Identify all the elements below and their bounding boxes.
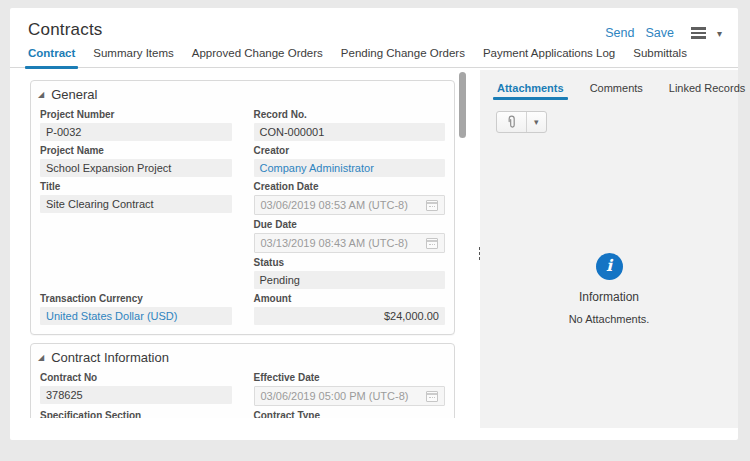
collapse-triangle-icon[interactable]: ◢ — [38, 91, 44, 99]
field-creation-date: Creation Date 03/06/2019 08:53 AM (UTC-8… — [254, 179, 446, 215]
effective-date-label: Effective Date — [254, 372, 446, 383]
tab-summary-items[interactable]: Summary Items — [93, 47, 174, 67]
due-date-value: 03/13/2019 08:43 AM (UTC-8) — [261, 234, 408, 252]
send-button[interactable]: Send — [605, 26, 634, 40]
transaction-currency-link[interactable]: United States Dollar (USD) — [40, 307, 232, 325]
field-due-date: Due Date 03/13/2019 08:43 AM (UTC-8) — [254, 217, 446, 253]
creator-label: Creator — [254, 145, 446, 156]
header-actions: Send Save ▾ — [605, 26, 722, 40]
record-detail-pane: ◢ General Project Number P-0032 Record N… — [10, 68, 480, 418]
field-project-number: Project Number P-0032 — [40, 107, 232, 141]
creator-link[interactable]: Company Administrator — [254, 159, 446, 177]
tab-contract[interactable]: Contract — [28, 47, 75, 67]
field-effective-date: Effective Date 03/06/2019 05:00 PM (UTC-… — [254, 370, 446, 406]
section-general-title: General — [51, 87, 97, 102]
field-transaction-currency: Transaction Currency United States Dolla… — [40, 291, 232, 325]
amount-label: Amount — [254, 293, 446, 304]
tab-approved-change-orders[interactable]: Approved Change Orders — [192, 47, 323, 67]
effective-date-value: 03/06/2019 05:00 PM (UTC-8) — [261, 387, 409, 405]
status-input[interactable]: Pending — [254, 271, 446, 289]
attachments-empty-state: i Information No Attachments. — [480, 253, 738, 325]
save-button[interactable]: Save — [645, 26, 674, 40]
creation-date-input[interactable]: 03/06/2019 08:53 AM (UTC-8) — [254, 195, 446, 215]
field-record-no: Record No. CON-000001 — [254, 107, 446, 141]
side-panel: Attachments Comments Linked Records Li > — [480, 70, 738, 428]
collapse-triangle-icon[interactable]: ◢ — [38, 354, 44, 362]
project-name-input[interactable]: School Expansion Project — [40, 159, 232, 177]
menu-icon[interactable] — [691, 27, 706, 39]
tab-submittals[interactable]: Submittals — [633, 47, 687, 67]
field-contract-no: Contract No 378625 — [40, 370, 232, 406]
creation-date-label: Creation Date — [254, 181, 446, 192]
calendar-icon[interactable] — [426, 238, 438, 249]
project-name-label: Project Name — [40, 145, 232, 156]
section-contract-information-title: Contract Information — [51, 350, 169, 365]
empty-state-title: Information — [480, 290, 738, 304]
record-no-label: Record No. — [254, 109, 446, 120]
project-number-label: Project Number — [40, 109, 232, 120]
field-project-name: Project Name School Expansion Project — [40, 143, 232, 177]
creation-date-value: 03/06/2019 08:53 AM (UTC-8) — [261, 196, 408, 214]
specification-section-label: Specification Section — [40, 410, 232, 418]
section-general-header[interactable]: ◢ General — [31, 81, 454, 105]
status-label: Status — [254, 257, 446, 268]
project-number-input[interactable]: P-0032 — [40, 123, 232, 141]
tab-pending-change-orders[interactable]: Pending Change Orders — [341, 47, 465, 67]
contract-no-input[interactable]: 378625 — [40, 386, 232, 404]
spacer-cell — [40, 217, 232, 253]
info-icon: i — [596, 253, 623, 280]
field-contract-type: Contract Type T&M — [254, 408, 446, 418]
calendar-icon[interactable] — [426, 391, 438, 402]
title-input[interactable]: Site Clearing Contract — [40, 195, 232, 213]
content-area: ◢ General Project Number P-0032 Record N… — [10, 68, 738, 440]
field-title: Title Site Clearing Contract — [40, 179, 232, 215]
tab-payment-applications-log[interactable]: Payment Applications Log — [483, 47, 615, 67]
tab-attachments[interactable]: Attachments — [497, 82, 564, 100]
calendar-icon[interactable] — [426, 200, 438, 211]
field-status: Status Pending — [254, 255, 446, 289]
tab-linked-records[interactable]: Linked Records — [669, 82, 745, 100]
field-creator: Creator Company Administrator — [254, 143, 446, 177]
contracts-window: Contracts Send Save ▾ Contract Summary I… — [10, 8, 738, 440]
contract-no-label: Contract No — [40, 372, 232, 383]
paperclip-icon[interactable] — [497, 112, 526, 132]
spacer-cell — [40, 255, 232, 289]
field-amount: Amount $24,000.00 — [254, 291, 446, 325]
main-tabbar: Contract Summary Items Approved Change O… — [10, 46, 738, 68]
due-date-label: Due Date — [254, 219, 446, 230]
title-label: Title — [40, 181, 232, 192]
tab-comments[interactable]: Comments — [590, 82, 643, 100]
attach-caret-down-icon[interactable]: ▾ — [526, 112, 546, 132]
vertical-scrollbar[interactable] — [459, 72, 466, 138]
title-row: Contracts Send Save ▾ — [10, 8, 738, 46]
attach-file-button[interactable]: ▾ — [496, 111, 547, 133]
section-contract-information-header[interactable]: ◢ Contract Information — [31, 344, 454, 368]
desktop-background: Contracts Send Save ▾ Contract Summary I… — [0, 0, 750, 461]
page-title: Contracts — [28, 20, 103, 40]
contract-type-label: Contract Type — [254, 410, 446, 418]
record-no-input[interactable]: CON-000001 — [254, 123, 446, 141]
amount-input[interactable]: $24,000.00 — [254, 307, 446, 325]
transaction-currency-label: Transaction Currency — [40, 293, 232, 304]
general-fields: Project Number P-0032 Record No. CON-000… — [31, 105, 454, 334]
section-general: ◢ General Project Number P-0032 Record N… — [30, 80, 455, 335]
section-contract-information: ◢ Contract Information Contract No 37862… — [30, 343, 455, 418]
caret-down-icon[interactable]: ▾ — [717, 28, 722, 39]
empty-state-message: No Attachments. — [480, 313, 738, 325]
field-specification-section: Specification Section — [40, 408, 232, 418]
effective-date-input[interactable]: 03/06/2019 05:00 PM (UTC-8) — [254, 386, 446, 406]
due-date-input[interactable]: 03/13/2019 08:43 AM (UTC-8) — [254, 233, 446, 253]
contract-information-fields: Contract No 378625 Effective Date 03/06/… — [31, 368, 454, 418]
side-panel-tabbar: Attachments Comments Linked Records Li > — [480, 70, 738, 102]
